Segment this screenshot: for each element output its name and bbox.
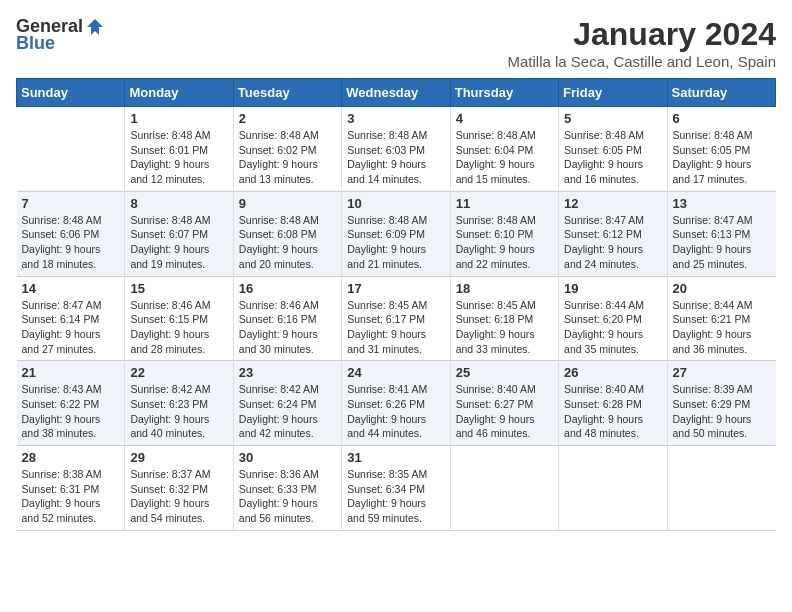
col-saturday: Saturday (667, 79, 775, 107)
day-number: 30 (239, 450, 336, 465)
day-number: 23 (239, 365, 336, 380)
day-number: 27 (673, 365, 771, 380)
calendar-cell: 5Sunrise: 8:48 AMSunset: 6:05 PMDaylight… (559, 107, 667, 192)
calendar-cell: 19Sunrise: 8:44 AMSunset: 6:20 PMDayligh… (559, 276, 667, 361)
day-number: 16 (239, 281, 336, 296)
day-detail: Sunrise: 8:48 AMSunset: 6:07 PMDaylight:… (130, 214, 210, 270)
day-number: 15 (130, 281, 227, 296)
day-detail: Sunrise: 8:36 AMSunset: 6:33 PMDaylight:… (239, 468, 319, 524)
day-detail: Sunrise: 8:48 AMSunset: 6:05 PMDaylight:… (564, 129, 644, 185)
title-area: January 2024 Matilla la Seca, Castille a… (508, 16, 777, 70)
calendar-cell: 23Sunrise: 8:42 AMSunset: 6:24 PMDayligh… (233, 361, 341, 446)
day-detail: Sunrise: 8:40 AMSunset: 6:27 PMDaylight:… (456, 383, 536, 439)
calendar-week-3: 14Sunrise: 8:47 AMSunset: 6:14 PMDayligh… (17, 276, 776, 361)
calendar-cell: 21Sunrise: 8:43 AMSunset: 6:22 PMDayligh… (17, 361, 125, 446)
day-number: 12 (564, 196, 661, 211)
day-number: 7 (22, 196, 120, 211)
day-detail: Sunrise: 8:39 AMSunset: 6:29 PMDaylight:… (673, 383, 753, 439)
calendar-body: 1Sunrise: 8:48 AMSunset: 6:01 PMDaylight… (17, 107, 776, 531)
calendar-table: Sunday Monday Tuesday Wednesday Thursday… (16, 78, 776, 531)
svg-marker-0 (87, 19, 103, 35)
day-detail: Sunrise: 8:44 AMSunset: 6:20 PMDaylight:… (564, 299, 644, 355)
calendar-cell: 28Sunrise: 8:38 AMSunset: 6:31 PMDayligh… (17, 446, 125, 531)
day-number: 17 (347, 281, 444, 296)
day-number: 22 (130, 365, 227, 380)
calendar-cell: 29Sunrise: 8:37 AMSunset: 6:32 PMDayligh… (125, 446, 233, 531)
col-sunday: Sunday (17, 79, 125, 107)
day-number: 14 (22, 281, 120, 296)
day-number: 26 (564, 365, 661, 380)
day-detail: Sunrise: 8:45 AMSunset: 6:18 PMDaylight:… (456, 299, 536, 355)
day-detail: Sunrise: 8:48 AMSunset: 6:02 PMDaylight:… (239, 129, 319, 185)
logo-icon (85, 17, 105, 37)
calendar-cell: 2Sunrise: 8:48 AMSunset: 6:02 PMDaylight… (233, 107, 341, 192)
calendar-cell: 13Sunrise: 8:47 AMSunset: 6:13 PMDayligh… (667, 191, 775, 276)
col-friday: Friday (559, 79, 667, 107)
day-number: 29 (130, 450, 227, 465)
calendar-cell: 24Sunrise: 8:41 AMSunset: 6:26 PMDayligh… (342, 361, 450, 446)
calendar-cell: 27Sunrise: 8:39 AMSunset: 6:29 PMDayligh… (667, 361, 775, 446)
day-number: 3 (347, 111, 444, 126)
calendar-cell: 7Sunrise: 8:48 AMSunset: 6:06 PMDaylight… (17, 191, 125, 276)
day-detail: Sunrise: 8:46 AMSunset: 6:15 PMDaylight:… (130, 299, 210, 355)
day-number: 25 (456, 365, 553, 380)
day-number: 4 (456, 111, 553, 126)
calendar-cell: 25Sunrise: 8:40 AMSunset: 6:27 PMDayligh… (450, 361, 558, 446)
day-detail: Sunrise: 8:37 AMSunset: 6:32 PMDaylight:… (130, 468, 210, 524)
day-detail: Sunrise: 8:48 AMSunset: 6:09 PMDaylight:… (347, 214, 427, 270)
calendar-cell: 12Sunrise: 8:47 AMSunset: 6:12 PMDayligh… (559, 191, 667, 276)
calendar-cell: 18Sunrise: 8:45 AMSunset: 6:18 PMDayligh… (450, 276, 558, 361)
col-thursday: Thursday (450, 79, 558, 107)
day-number: 31 (347, 450, 444, 465)
day-detail: Sunrise: 8:35 AMSunset: 6:34 PMDaylight:… (347, 468, 427, 524)
page-header: General Blue January 2024 Matilla la Sec… (16, 16, 776, 70)
day-number: 8 (130, 196, 227, 211)
day-number: 5 (564, 111, 661, 126)
day-number: 19 (564, 281, 661, 296)
day-detail: Sunrise: 8:48 AMSunset: 6:04 PMDaylight:… (456, 129, 536, 185)
calendar-header: Sunday Monday Tuesday Wednesday Thursday… (17, 79, 776, 107)
calendar-cell: 31Sunrise: 8:35 AMSunset: 6:34 PMDayligh… (342, 446, 450, 531)
calendar-week-2: 7Sunrise: 8:48 AMSunset: 6:06 PMDaylight… (17, 191, 776, 276)
day-number: 9 (239, 196, 336, 211)
calendar-cell: 4Sunrise: 8:48 AMSunset: 6:04 PMDaylight… (450, 107, 558, 192)
day-detail: Sunrise: 8:48 AMSunset: 6:05 PMDaylight:… (673, 129, 753, 185)
calendar-cell: 26Sunrise: 8:40 AMSunset: 6:28 PMDayligh… (559, 361, 667, 446)
day-number: 10 (347, 196, 444, 211)
day-detail: Sunrise: 8:47 AMSunset: 6:14 PMDaylight:… (22, 299, 102, 355)
day-detail: Sunrise: 8:43 AMSunset: 6:22 PMDaylight:… (22, 383, 102, 439)
logo: General Blue (16, 16, 105, 54)
day-detail: Sunrise: 8:45 AMSunset: 6:17 PMDaylight:… (347, 299, 427, 355)
col-monday: Monday (125, 79, 233, 107)
calendar-cell (17, 107, 125, 192)
col-wednesday: Wednesday (342, 79, 450, 107)
calendar-week-1: 1Sunrise: 8:48 AMSunset: 6:01 PMDaylight… (17, 107, 776, 192)
calendar-cell: 22Sunrise: 8:42 AMSunset: 6:23 PMDayligh… (125, 361, 233, 446)
calendar-cell (450, 446, 558, 531)
calendar-cell: 11Sunrise: 8:48 AMSunset: 6:10 PMDayligh… (450, 191, 558, 276)
location-subtitle: Matilla la Seca, Castille and Leon, Spai… (508, 53, 777, 70)
day-detail: Sunrise: 8:48 AMSunset: 6:03 PMDaylight:… (347, 129, 427, 185)
calendar-cell: 8Sunrise: 8:48 AMSunset: 6:07 PMDaylight… (125, 191, 233, 276)
day-number: 11 (456, 196, 553, 211)
calendar-cell: 14Sunrise: 8:47 AMSunset: 6:14 PMDayligh… (17, 276, 125, 361)
calendar-cell: 1Sunrise: 8:48 AMSunset: 6:01 PMDaylight… (125, 107, 233, 192)
day-detail: Sunrise: 8:40 AMSunset: 6:28 PMDaylight:… (564, 383, 644, 439)
calendar-cell: 3Sunrise: 8:48 AMSunset: 6:03 PMDaylight… (342, 107, 450, 192)
header-row: Sunday Monday Tuesday Wednesday Thursday… (17, 79, 776, 107)
day-detail: Sunrise: 8:42 AMSunset: 6:23 PMDaylight:… (130, 383, 210, 439)
calendar-week-4: 21Sunrise: 8:43 AMSunset: 6:22 PMDayligh… (17, 361, 776, 446)
calendar-cell: 10Sunrise: 8:48 AMSunset: 6:09 PMDayligh… (342, 191, 450, 276)
day-detail: Sunrise: 8:48 AMSunset: 6:01 PMDaylight:… (130, 129, 210, 185)
day-number: 18 (456, 281, 553, 296)
calendar-cell: 20Sunrise: 8:44 AMSunset: 6:21 PMDayligh… (667, 276, 775, 361)
month-title: January 2024 (508, 16, 777, 53)
day-number: 24 (347, 365, 444, 380)
day-detail: Sunrise: 8:38 AMSunset: 6:31 PMDaylight:… (22, 468, 102, 524)
day-detail: Sunrise: 8:47 AMSunset: 6:13 PMDaylight:… (673, 214, 753, 270)
col-tuesday: Tuesday (233, 79, 341, 107)
day-detail: Sunrise: 8:46 AMSunset: 6:16 PMDaylight:… (239, 299, 319, 355)
day-number: 1 (130, 111, 227, 126)
day-number: 21 (22, 365, 120, 380)
day-number: 2 (239, 111, 336, 126)
